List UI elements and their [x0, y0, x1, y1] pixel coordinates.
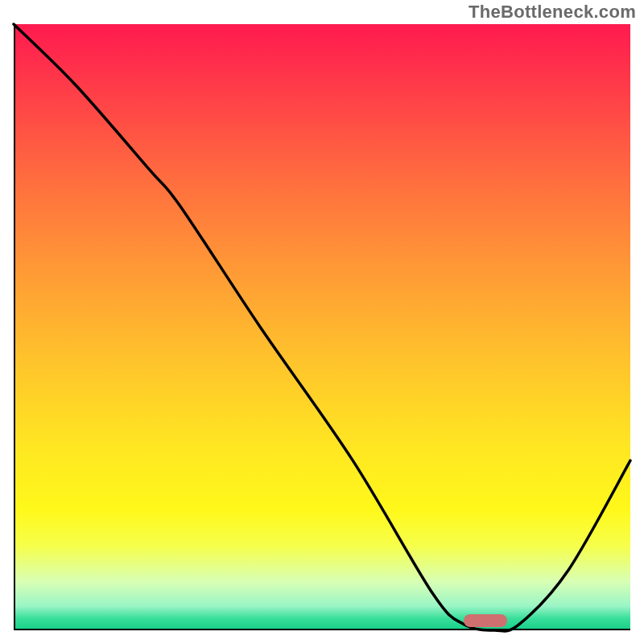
optimal-range-marker	[464, 614, 507, 627]
bottleneck-curve	[14, 24, 630, 630]
chart-container: TheBottleneck.com	[0, 0, 644, 644]
plot-area	[14, 24, 630, 630]
watermark-text: TheBottleneck.com	[469, 2, 636, 23]
x-axis	[14, 629, 630, 630]
y-axis	[14, 24, 15, 630]
